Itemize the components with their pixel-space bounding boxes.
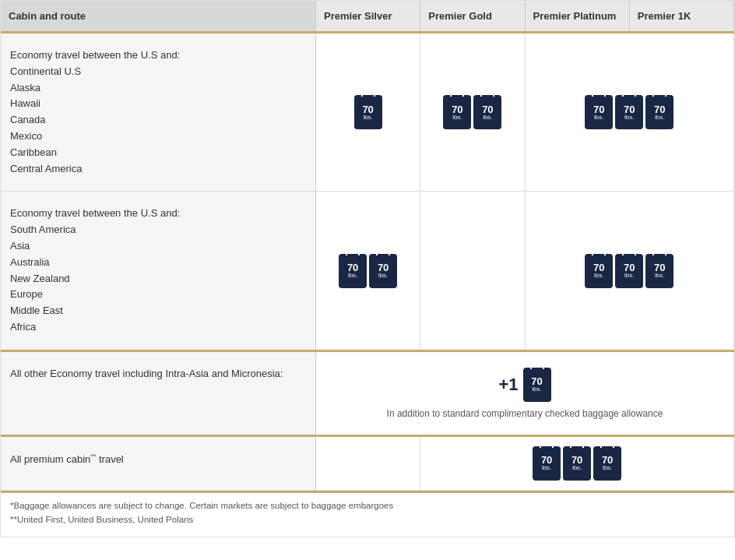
table-row: Economy travel between the U.S and: Cont… xyxy=(1,33,734,192)
footnote-1: *Baggage allowances are subject to chang… xyxy=(10,501,725,510)
luggage-icon: 70 lbs. xyxy=(645,254,673,288)
luggage-group: 70 lbs. 70 lbs. 70 lbs. xyxy=(585,254,673,288)
gold-bags-cell xyxy=(420,192,525,349)
luggage-group: 70 lbs. 70 lbs. xyxy=(443,95,501,129)
header-cabin-route: Cabin and route xyxy=(1,1,316,31)
table-row: All premium cabin** travel 70 lbs. 70 lb… xyxy=(1,437,734,491)
luggage-icon: 70 lbs. xyxy=(443,95,471,129)
table-row: All other Economy travel including Intra… xyxy=(1,352,734,437)
header-premier-gold: Premier Gold xyxy=(420,1,525,31)
baggage-table: Cabin and route Premier Silver Premier G… xyxy=(0,0,735,537)
table-footer: *Baggage allowances are subject to chang… xyxy=(1,491,734,537)
luggage-group: 70 lbs. xyxy=(354,95,382,129)
luggage-icon: 70 lbs. xyxy=(563,446,591,481)
luggage-icon: 70 lbs. xyxy=(645,95,673,129)
row-label: Economy travel between the U.S and: Cont… xyxy=(1,33,316,191)
luggage-icon: 70 lbs. xyxy=(369,254,397,288)
luggage-group: 70 lbs. 70 lbs. 70 lbs. xyxy=(585,95,673,129)
special-allowance-note: In addition to standard complimentary ch… xyxy=(387,408,663,419)
table-header: Cabin and route Premier Silver Premier G… xyxy=(1,1,734,33)
luggage-icon: 70 lbs. xyxy=(585,95,613,129)
row-label: Economy travel between the U.S and: Sout… xyxy=(1,192,316,349)
platinum-bags-cell: 70 lbs. 70 lbs. 70 lbs. xyxy=(526,33,735,191)
luggage-icon: 70 lbs. xyxy=(523,368,551,402)
luggage-icon: 70 lbs. xyxy=(615,254,643,288)
row-label: All premium cabin** travel xyxy=(1,437,316,490)
silver-bags-cell: 70 lbs. 70 lbs. xyxy=(316,192,420,349)
luggage-icon: 70 lbs. xyxy=(533,446,561,481)
table-row: Economy travel between the U.S and: Sout… xyxy=(1,192,734,351)
footnote-marker: ** xyxy=(90,453,96,460)
gold-bags-cell: 70 lbs. 70 lbs. xyxy=(420,33,525,191)
platinum-onek-bags-cell: 70 lbs. 70 lbs. 70 lbs. xyxy=(526,192,735,349)
luggage-group: 70 lbs. 70 lbs. 70 lbs. xyxy=(533,446,621,481)
silver-bags-cell: 70 lbs. xyxy=(316,33,420,191)
luggage-icon: 70 lbs. xyxy=(354,95,382,129)
header-premier-silver: Premier Silver xyxy=(316,1,420,31)
luggage-icon: 70 lbs. xyxy=(585,254,613,288)
footnote-2: **United First, United Business, United … xyxy=(10,515,725,524)
luggage-icon: 70 lbs. xyxy=(593,446,621,481)
header-premier-1k: Premier 1K xyxy=(630,1,734,31)
special-allowance-cell: +1 70 lbs. In addition to standard compl… xyxy=(316,352,734,435)
luggage-icon: 70 lbs. xyxy=(473,95,501,129)
luggage-icon: 70 lbs. xyxy=(339,254,367,288)
luggage-group: 70 lbs. 70 lbs. xyxy=(339,254,397,288)
row-label: All other Economy travel including Intra… xyxy=(1,352,316,435)
plus-one-label: +1 xyxy=(498,375,518,395)
gold-premium-bags-cell: 70 lbs. 70 lbs. 70 lbs. xyxy=(420,437,734,490)
header-premier-platinum: Premier Platinum xyxy=(526,1,630,31)
silver-bags-cell xyxy=(316,437,420,490)
luggage-icon: 70 lbs. xyxy=(615,95,643,129)
